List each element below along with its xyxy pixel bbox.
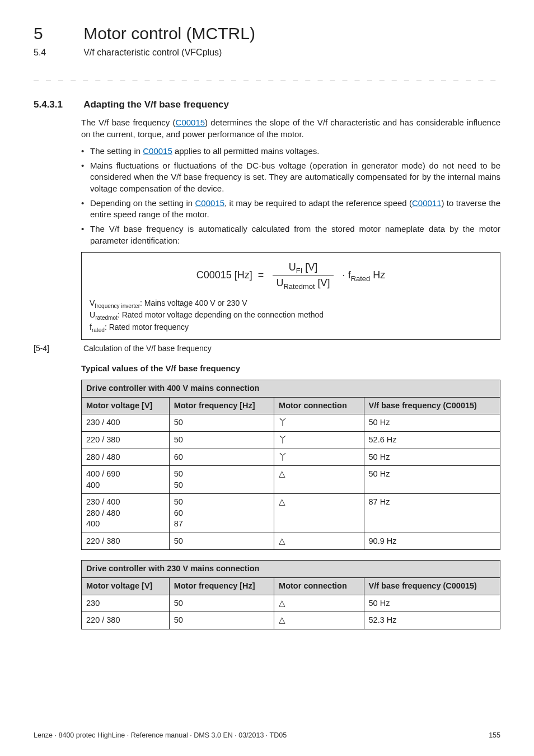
cell-motor-voltage: 400 / 690400 [82, 466, 170, 494]
col-header: V/f base frequency (C00015) [364, 578, 500, 595]
table-row: 400 / 6904005050△50 Hz [82, 466, 500, 494]
cell-motor-voltage: 230 [82, 595, 170, 612]
table-row: 220 / 38050△90.9 Hz [82, 533, 500, 550]
table-row: 220 / 38050△52.3 Hz [82, 612, 500, 629]
link-c00015[interactable]: C00015 [176, 118, 205, 127]
text: : Rated motor voltage depending on the c… [118, 310, 324, 319]
formula-box: C00015 [Hz] = UFI [V] URatedmot [V] · fR… [81, 252, 500, 340]
cell-motor-frequency: 50 [169, 533, 274, 550]
cell-motor-voltage: 220 / 380 [82, 612, 170, 629]
cell-vf-base-frequency: 90.9 Hz [364, 533, 500, 550]
cell-motor-frequency: 506087 [169, 494, 274, 533]
cell-motor-connection: △ [274, 533, 364, 550]
table-row: 230 / 400280 / 480400506087△87 Hz [82, 494, 500, 533]
cell-motor-frequency: 50 [169, 431, 274, 449]
text: , it may be required to adapt the refere… [224, 198, 412, 208]
list-item: Mains fluctuations or fluctuations of th… [81, 160, 500, 194]
cell-motor-frequency: 50 [169, 414, 274, 432]
page-footer: Lenze · 8400 protec HighLine · Reference… [34, 731, 500, 740]
cell-motor-voltage: 230 / 400280 / 480400 [82, 494, 170, 533]
col-header: Motor voltage [V] [82, 578, 170, 595]
chapter-number: 5 [34, 22, 81, 45]
list-item: The V/f base frequency is automatically … [81, 223, 500, 246]
text: U [276, 277, 283, 288]
section-number: 5.4 [34, 46, 81, 59]
subsection-number: 5.4.3.1 [34, 99, 81, 111]
subheading: Typical values of the V/f base frequency [81, 363, 500, 374]
figure-tag: [5-4] [34, 343, 81, 354]
chapter-heading: 5 Motor control (MCTRL) [34, 22, 500, 45]
section-title: V/f characteristic control (VFCplus) [83, 48, 222, 57]
subscript: rated [92, 327, 105, 333]
cell-motor-voltage: 220 / 380 [82, 533, 170, 550]
cell-vf-base-frequency: 50 Hz [364, 466, 500, 494]
footer-left: Lenze · 8400 protec HighLine · Reference… [34, 731, 287, 740]
list-item: Depending on the setting in C00015, it m… [81, 198, 500, 221]
figure-label: [5-4] Calculation of the V/f base freque… [34, 343, 500, 354]
bullet-list: The setting in C00015 applies to all per… [81, 146, 500, 246]
subscript: frequency inverter [95, 303, 140, 309]
table-row: 220 / 38050丫52.6 Hz [82, 431, 500, 449]
section-heading: 5.4 V/f characteristic control (VFCplus) [34, 46, 500, 59]
table-row: 230 / 40050丫50 Hz [82, 414, 500, 432]
cell-vf-base-frequency: 52.6 Hz [364, 431, 500, 449]
cell-motor-voltage: 230 / 400 [82, 414, 170, 432]
col-header: V/f base frequency (C00015) [364, 397, 500, 414]
text: Depending on the setting in [90, 198, 195, 208]
chapter-title: Motor control (MCTRL) [83, 24, 255, 43]
formula-lhs: C00015 [Hz] [196, 269, 252, 281]
cell-vf-base-frequency: 87 Hz [364, 494, 500, 533]
figure-caption: Calculation of the V/f base frequency [83, 344, 212, 353]
intro-paragraph: The V/f base frequency (C00015) determin… [81, 117, 500, 140]
cell-motor-frequency: 50 [169, 595, 274, 612]
cell-motor-connection: 丫 [274, 414, 364, 432]
cell-motor-connection: 丫 [274, 449, 364, 466]
cell-vf-base-frequency: 50 Hz [364, 449, 500, 466]
subscript: ratedmot [95, 315, 118, 321]
table-230v: Drive controller with 230 V mains connec… [81, 560, 500, 629]
col-header: Motor frequency [Hz] [169, 578, 274, 595]
cell-vf-base-frequency: 52.3 Hz [364, 612, 500, 629]
cell-vf-base-frequency: 50 Hz [364, 414, 500, 432]
cell-vf-base-frequency: 50 Hz [364, 595, 500, 612]
subscript: FI [296, 266, 303, 274]
subscript: Rated [351, 274, 371, 283]
cell-motor-connection: △ [274, 612, 364, 629]
cell-motor-frequency: 50 [169, 612, 274, 629]
cell-motor-connection: △ [274, 595, 364, 612]
text: Hz [370, 269, 385, 281]
divider-dashed: _ _ _ _ _ _ _ _ _ _ _ _ _ _ _ _ _ _ _ _ … [34, 71, 500, 82]
cell-motor-connection: 丫 [274, 431, 364, 449]
col-header: Motor voltage [V] [82, 397, 170, 414]
fraction: UFI [V] URatedmot [V] [273, 260, 333, 291]
subsection-title: Adapting the V/f base frequency [83, 99, 229, 110]
equals: = [258, 269, 264, 281]
table-caption: Drive controller with 400 V mains connec… [82, 380, 500, 398]
text: U [289, 262, 296, 273]
text: : Rated motor frequency [105, 323, 189, 332]
col-header: Motor connection [274, 397, 364, 414]
link-c00011[interactable]: C00011 [412, 198, 442, 208]
formula: C00015 [Hz] = UFI [V] URatedmot [V] · fR… [90, 260, 492, 291]
text: V [90, 298, 95, 307]
subscript: Ratedmot [283, 282, 315, 290]
link-c00015[interactable]: C00015 [195, 198, 225, 208]
table-400v: Drive controller with 400 V mains connec… [81, 380, 500, 550]
col-header: Motor frequency [Hz] [169, 397, 274, 414]
table-row: 280 / 48060丫50 Hz [82, 449, 500, 466]
text: The setting in [90, 146, 143, 156]
cell-motor-connection: △ [274, 466, 364, 494]
subsection-heading: 5.4.3.1 Adapting the V/f base frequency [34, 99, 500, 111]
col-header: Motor connection [274, 578, 364, 595]
formula-legend: Vfrequency inverter: Mains voltage 400 V… [90, 298, 492, 334]
text: applies to all permitted mains voltages. [172, 146, 320, 156]
cell-motor-frequency: 60 [169, 449, 274, 466]
page-number: 155 [489, 731, 500, 740]
table-row: 23050△50 Hz [82, 595, 500, 612]
text: [V] [315, 277, 330, 288]
text: The V/f base frequency ( [81, 118, 176, 127]
list-item: The setting in C00015 applies to all per… [81, 146, 500, 157]
text: [V] [302, 262, 317, 273]
table-caption: Drive controller with 230 V mains connec… [82, 561, 500, 578]
link-c00015[interactable]: C00015 [143, 146, 172, 156]
